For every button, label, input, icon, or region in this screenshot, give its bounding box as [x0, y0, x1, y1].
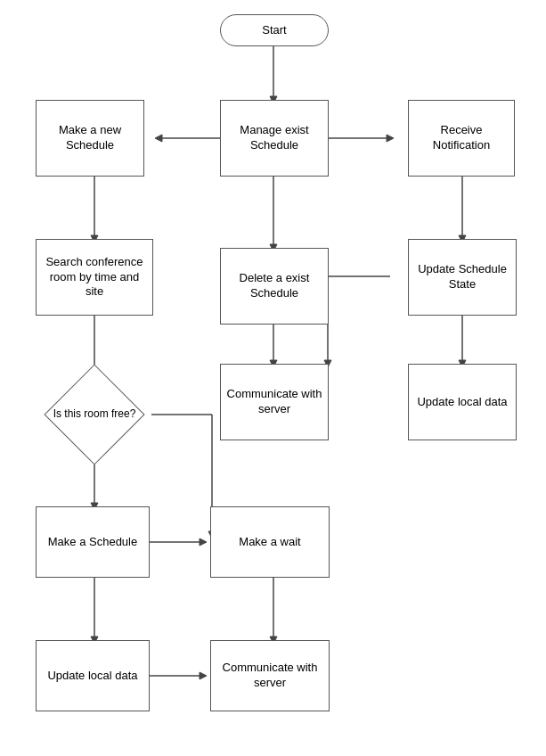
svg-marker-3 — [155, 135, 162, 142]
update-local1-node: Update local data — [408, 364, 517, 440]
search-conf-room-node: Search conference room by time and site — [36, 239, 153, 316]
is-room-free-node: Is this room free? — [37, 373, 151, 456]
manage-schedule-node: Manage exist Schedule — [220, 100, 329, 177]
receive-notification-node: Receive Notification — [408, 100, 515, 177]
svg-marker-31 — [200, 672, 207, 679]
delete-exist-node: Delete a exist Schedule — [220, 248, 329, 325]
communicate-server1-node: Communicate with server — [220, 364, 329, 440]
svg-marker-27 — [200, 538, 207, 546]
update-local2-node: Update local data — [36, 640, 150, 711]
make-wait-node: Make a wait — [210, 506, 330, 578]
update-state-node: Update Schedule State — [408, 239, 517, 316]
communicate-server2-node: Communicate with server — [210, 640, 330, 711]
flowchart: Start Manage exist Schedule Make a new S… — [0, 0, 546, 756]
svg-marker-5 — [387, 135, 394, 142]
make-new-schedule-node: Make a new Schedule — [36, 100, 144, 177]
make-schedule-node: Make a Schedule — [36, 506, 150, 578]
start-node: Start — [220, 14, 329, 46]
